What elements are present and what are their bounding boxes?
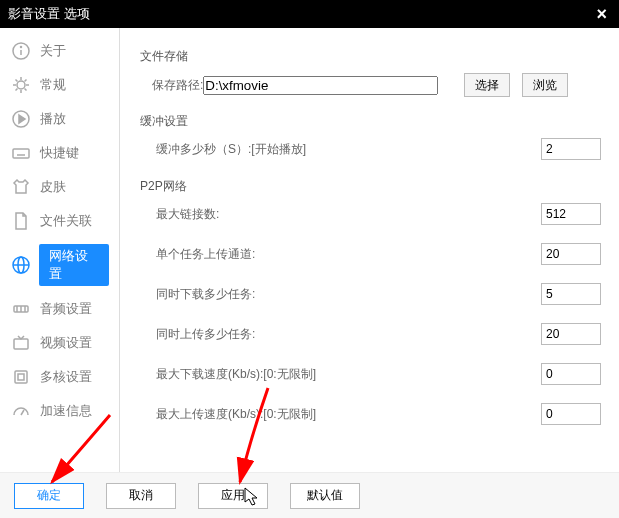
sidebar-item-about[interactable]: 关于 <box>0 34 119 68</box>
sidebar-item-file-assoc[interactable]: 文件关联 <box>0 204 119 238</box>
titlebar: 影音设置 选项 × <box>0 0 619 28</box>
sidebar-item-label: 皮肤 <box>40 178 66 196</box>
cancel-button[interactable]: 取消 <box>106 483 176 509</box>
cpu-icon <box>10 366 32 388</box>
svg-rect-19 <box>15 371 27 383</box>
max-conn-input[interactable] <box>541 203 601 225</box>
sidebar-item-label: 常规 <box>40 76 66 94</box>
sidebar-item-playback[interactable]: 播放 <box>0 102 119 136</box>
close-icon[interactable]: × <box>592 4 611 25</box>
sidebar-item-label: 文件关联 <box>40 212 92 230</box>
sidebar-item-video[interactable]: 视频设置 <box>0 326 119 360</box>
window-title: 影音设置 选项 <box>8 5 90 23</box>
browse-button[interactable]: 浏览 <box>522 73 568 97</box>
globe-icon <box>10 254 31 276</box>
sidebar-item-label: 视频设置 <box>40 334 92 352</box>
file-storage-title: 文件存储 <box>140 48 601 65</box>
sidebar-item-skin[interactable]: 皮肤 <box>0 170 119 204</box>
sidebar-item-general[interactable]: 常规 <box>0 68 119 102</box>
sidebar-item-hotkeys[interactable]: 快捷键 <box>0 136 119 170</box>
sidebar-item-multicore[interactable]: 多核设置 <box>0 360 119 394</box>
buffer-label: 缓冲多少秒（S）:[开始播放] <box>156 141 541 158</box>
concurrent-dl-input[interactable] <box>541 283 601 305</box>
skin-icon <box>10 176 32 198</box>
svg-rect-18 <box>14 339 28 349</box>
audio-icon <box>10 298 32 320</box>
info-icon <box>10 40 32 62</box>
max-conn-label: 最大链接数: <box>156 206 541 223</box>
sidebar-item-audio[interactable]: 音频设置 <box>0 292 119 326</box>
apply-button[interactable]: 应用 <box>198 483 268 509</box>
select-button[interactable]: 选择 <box>464 73 510 97</box>
max-ul-speed-label: 最大上传速度(Kb/s):[0:无限制] <box>156 406 541 423</box>
keyboard-icon <box>10 142 32 164</box>
sidebar-item-label: 音频设置 <box>40 300 92 318</box>
concurrent-dl-label: 同时下载多少任务: <box>156 286 541 303</box>
max-dl-speed-input[interactable] <box>541 363 601 385</box>
sidebar-item-label: 网络设置 <box>39 244 109 286</box>
file-icon <box>10 210 32 232</box>
sidebar-item-label: 播放 <box>40 110 66 128</box>
sidebar: 关于 常规 播放 快捷键 皮肤 文件关联 网络设置 音频设置 <box>0 28 120 472</box>
save-path-label: 保存路径: <box>152 77 203 94</box>
gear-icon <box>10 74 32 96</box>
max-ul-speed-input[interactable] <box>541 403 601 425</box>
concurrent-ul-input[interactable] <box>541 323 601 345</box>
play-icon <box>10 108 32 130</box>
sidebar-item-label: 关于 <box>40 42 66 60</box>
svg-rect-20 <box>18 374 24 380</box>
svg-point-2 <box>21 47 22 48</box>
sidebar-item-label: 多核设置 <box>40 368 92 386</box>
buffer-title: 缓冲设置 <box>140 113 601 130</box>
sidebar-item-network[interactable]: 网络设置 <box>0 238 119 292</box>
tv-icon <box>10 332 32 354</box>
default-button[interactable]: 默认值 <box>290 483 360 509</box>
p2p-title: P2P网络 <box>140 178 601 195</box>
ok-button[interactable]: 确定 <box>14 483 84 509</box>
sidebar-item-label: 加速信息 <box>40 402 92 420</box>
single-upload-label: 单个任务上传通道: <box>156 246 541 263</box>
buffer-input[interactable] <box>541 138 601 160</box>
svg-rect-5 <box>13 149 29 158</box>
single-upload-input[interactable] <box>541 243 601 265</box>
content-panel: 文件存储 保存路径: 选择 浏览 缓冲设置 缓冲多少秒（S）:[开始播放] P2… <box>120 28 619 472</box>
save-path-input[interactable] <box>203 76 438 95</box>
svg-line-21 <box>21 410 24 415</box>
svg-point-3 <box>17 81 25 89</box>
sidebar-item-accel[interactable]: 加速信息 <box>0 394 119 428</box>
speed-icon <box>10 400 32 422</box>
sidebar-item-label: 快捷键 <box>40 144 79 162</box>
max-dl-speed-label: 最大下载速度(Kb/s):[0:无限制] <box>156 366 541 383</box>
footer: 确定 取消 应用 默认值 <box>0 472 619 518</box>
concurrent-ul-label: 同时上传多少任务: <box>156 326 541 343</box>
